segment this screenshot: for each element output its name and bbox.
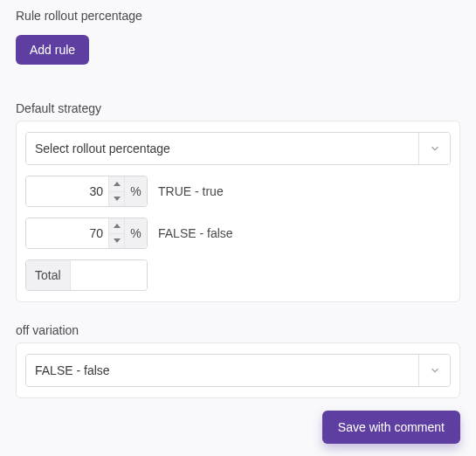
total-value [71,260,148,290]
save-with-comment-button[interactable]: Save with comment [322,411,460,444]
chevron-down-icon [418,355,450,386]
variation-row-false: % FALSE - false [25,218,451,249]
rollout-percentage-select[interactable]: Select rollout percentage [25,132,451,165]
variation-row-true: % TRUE - true [25,176,451,207]
variation-true-input-group: % [25,176,148,207]
variation-false-stepper [108,218,124,248]
stepper-down-button[interactable] [109,233,124,249]
variation-false-input[interactable] [26,218,108,248]
default-strategy-heading: Default strategy [16,101,460,115]
off-variation-select[interactable]: FALSE - false [25,354,451,387]
percent-sign: % [124,176,147,206]
chevron-down-icon [418,133,450,164]
rollout-percentage-select-label: Select rollout percentage [26,133,418,164]
variation-false-label: FALSE - false [155,226,233,240]
off-variation-card: FALSE - false [16,342,460,398]
stepper-down-button[interactable] [109,191,124,207]
percent-sign: % [124,218,147,248]
total-label: Total [26,260,71,290]
off-variation-heading: off variation [16,323,460,337]
footer: Save with comment [322,411,460,444]
default-strategy-section: Default strategy Select rollout percenta… [16,101,460,302]
off-variation-section: off variation FALSE - false [16,323,460,398]
rule-rollout-heading: Rule rollout percentage [16,9,460,23]
stepper-up-button[interactable] [109,218,124,233]
variation-true-input[interactable] [26,176,108,206]
default-strategy-card: Select rollout percentage % TRUE - true [16,121,460,302]
off-variation-select-label: FALSE - false [26,355,418,386]
variation-false-input-group: % [25,218,148,249]
variation-true-stepper [108,176,124,206]
variation-true-label: TRUE - true [155,184,224,198]
rule-rollout-section: Rule rollout percentage Add rule [16,9,460,65]
stepper-up-button[interactable] [109,176,124,191]
total-row: Total % [25,259,148,291]
add-rule-button[interactable]: Add rule [16,35,89,65]
